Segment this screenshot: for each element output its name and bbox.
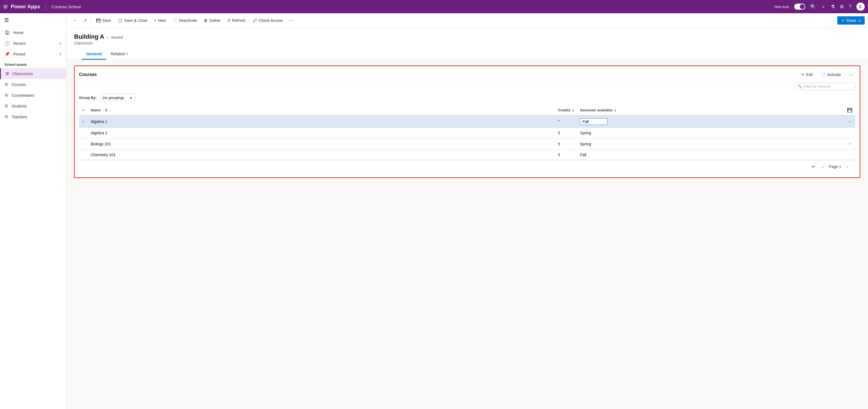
row-action-biology101[interactable]: → xyxy=(844,138,855,150)
sidebar-item-teachers[interactable]: ⚙ Teachers xyxy=(0,112,66,122)
sidebar-teachers-label: Teachers xyxy=(11,115,27,119)
pinned-chevron-icon: ∨ xyxy=(59,52,62,56)
sidebar-item-courses[interactable]: ⚙ Courses xyxy=(0,79,66,90)
delete-label: Delete xyxy=(209,18,220,23)
deactivate-label: Deactivate xyxy=(179,18,197,23)
save-close-icon: 📋 xyxy=(118,18,122,23)
navigate-arrow-icon[interactable]: → xyxy=(847,141,852,147)
checkmark-icon: ✓ xyxy=(82,119,85,124)
edit-button[interactable]: ✏ Edit xyxy=(799,71,815,78)
related-chevron-icon: ∨ xyxy=(126,52,128,56)
check-access-button[interactable]: 🔎 Check Access xyxy=(249,17,286,24)
filter-input[interactable]: 🔍 Filter by keyword xyxy=(795,83,855,90)
toggle-knob xyxy=(800,4,805,9)
app-name: Contoso School xyxy=(52,4,81,9)
sidebar-classrooms-label: Classrooms xyxy=(12,71,33,76)
sidebar-item-classrooms[interactable]: ⚙ Classrooms xyxy=(0,68,66,79)
filter-icon[interactable]: ⚗ xyxy=(831,4,835,10)
record-title: Building A xyxy=(74,33,104,40)
prev-page-button[interactable]: ← xyxy=(819,163,827,170)
classrooms-icon: ⚙ xyxy=(5,71,9,76)
navigate-arrow-icon[interactable]: → xyxy=(847,119,852,124)
deactivate-button[interactable]: 📄 Deactivate xyxy=(169,17,200,24)
sidebar-item-students[interactable]: ⚙ Students xyxy=(0,101,66,112)
form-area: Courses ✏ Edit 📄 Activate ⋯ xyxy=(66,60,868,409)
students-icon: ⚙ xyxy=(4,103,8,108)
user-avatar[interactable]: C xyxy=(857,2,865,11)
table-row[interactable]: ✓ Algebra 1 * → xyxy=(79,115,855,128)
sidebar-recent-label: Recent xyxy=(13,41,25,45)
tab-related[interactable]: Related ∨ xyxy=(106,49,133,60)
row-credits-chemistry101: 5 xyxy=(555,150,577,160)
waffle-icon[interactable]: ⊞ xyxy=(3,4,7,10)
row-checkbox-algebra2[interactable] xyxy=(79,128,88,138)
refresh-icon: ↺ xyxy=(227,18,230,23)
name-column-header[interactable]: Name ↑ ∨ xyxy=(88,105,555,115)
check-access-label: Check Access xyxy=(259,18,283,23)
credits-sort-icon: ∨ xyxy=(572,109,574,112)
save-close-label: Save & Close xyxy=(124,18,148,23)
sidebar-item-recent[interactable]: 🕐 Recent ∨ xyxy=(0,38,66,49)
name-sort-icon: ↑ xyxy=(102,109,104,112)
sidebar-section-label: School assets xyxy=(0,59,66,68)
refresh-label: Refresh xyxy=(232,18,246,23)
new-icon: + xyxy=(154,18,156,23)
courses-table-body: ✓ Algebra 1 * → xyxy=(79,115,855,160)
open-form-button[interactable]: ↗ xyxy=(80,17,90,24)
table-row[interactable]: Algebra 2 5 Spring xyxy=(79,128,855,138)
new-button[interactable]: + New xyxy=(151,17,169,24)
search-icon[interactable]: 🔍 xyxy=(810,4,816,10)
row-semester-biology101: Spring xyxy=(577,138,844,150)
select-all-header[interactable]: ✓ xyxy=(79,105,88,115)
settings-icon[interactable]: ⚙ xyxy=(840,4,844,10)
save-close-button[interactable]: 📋 Save & Close xyxy=(115,17,151,24)
delete-icon: 🗑 xyxy=(204,18,208,23)
new-look-toggle[interactable] xyxy=(794,4,805,10)
sidebar-coursewares-label: Coursewares xyxy=(11,93,34,98)
first-page-button[interactable]: ⇤ xyxy=(810,163,817,170)
back-button[interactable]: ← xyxy=(70,17,80,24)
more-options-button[interactable]: ⋯ xyxy=(286,16,296,25)
cmd-separator-1 xyxy=(91,17,92,24)
filter-bar: 🔍 Filter by keyword xyxy=(79,83,855,90)
semester-column-header[interactable]: Semester available ∨ xyxy=(577,105,844,115)
refresh-button[interactable]: ↺ Refresh xyxy=(224,17,249,24)
row-semester-algebra2: Spring xyxy=(577,128,844,138)
row-action-algebra1[interactable]: → xyxy=(844,115,855,128)
share-button[interactable]: ↗ Share ∨ xyxy=(837,16,865,25)
activate-label: Activate xyxy=(827,72,841,77)
sidebar-item-home[interactable]: 🏠 Home xyxy=(0,27,66,38)
save-icon: 💾 xyxy=(96,18,101,23)
sidebar-item-coursewares[interactable]: ⚙ Coursewares xyxy=(0,90,66,101)
tab-general[interactable]: General xyxy=(82,49,106,60)
groupby-value: (no grouping) xyxy=(102,96,124,100)
edit-label: Edit xyxy=(806,72,813,77)
sidebar-item-pinned[interactable]: 📌 Pinned ∨ xyxy=(0,49,66,59)
courses-actions: ✏ Edit 📄 Activate ⋯ xyxy=(799,70,855,79)
add-icon[interactable]: ＋ xyxy=(821,4,826,10)
teachers-icon: ⚙ xyxy=(4,114,8,119)
row-checkbox-algebra1[interactable]: ✓ xyxy=(79,115,88,128)
next-page-button[interactable]: → xyxy=(843,163,851,170)
table-row[interactable]: Biology 101 5 Spring → xyxy=(79,138,855,150)
courses-more-button[interactable]: ⋯ xyxy=(847,70,855,79)
recent-icon: 🕐 xyxy=(4,41,10,46)
delete-button[interactable]: 🗑 Delete xyxy=(200,17,224,24)
sidebar-hamburger[interactable]: ☰ xyxy=(0,13,66,27)
table-header-row: ✓ Name ↑ ∨ Credits ∨ Semeste xyxy=(79,105,855,115)
share-icon: ↗ xyxy=(841,18,844,23)
groupby-select[interactable]: (no grouping) ∨ xyxy=(99,94,135,101)
help-icon[interactable]: ? xyxy=(849,4,851,9)
semester-sort-icon: ∨ xyxy=(614,109,616,112)
record-status: Saved xyxy=(111,35,123,39)
save-button[interactable]: 💾 Save xyxy=(93,17,115,24)
row-checkbox-biology101[interactable] xyxy=(79,138,88,150)
record-status-separator: - xyxy=(107,35,108,39)
table-row[interactable]: Chemistry 101 5 Fall xyxy=(79,150,855,160)
credits-column-header[interactable]: Credits ∨ xyxy=(555,105,577,115)
row-checkbox-chemistry101[interactable] xyxy=(79,150,88,160)
semester-input-algebra1[interactable] xyxy=(580,118,608,125)
activate-icon: 📄 xyxy=(821,72,826,77)
activate-button[interactable]: 📄 Activate xyxy=(819,71,843,78)
semester-header-label: Semester available xyxy=(580,108,612,112)
